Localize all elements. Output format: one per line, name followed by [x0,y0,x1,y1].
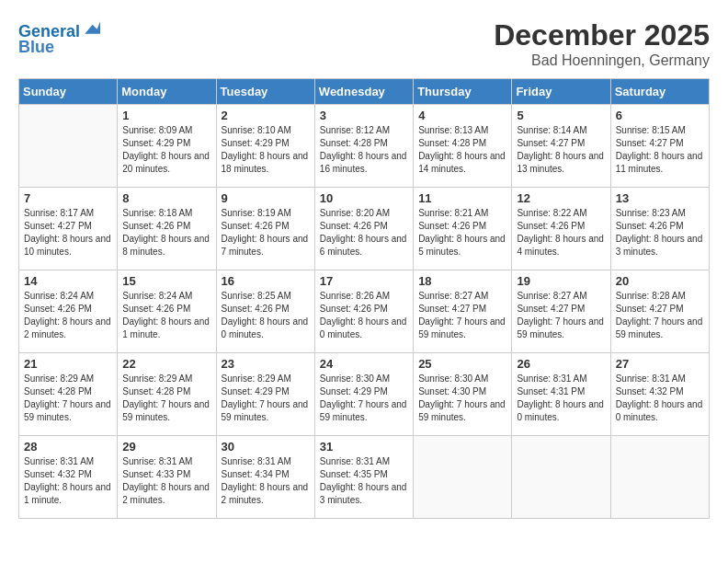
day-number: 9 [222,191,310,205]
day-number: 31 [320,440,408,454]
day-number: 23 [222,357,310,371]
header-saturday: Saturday [610,79,709,105]
table-row: 3Sunrise: 8:12 AMSunset: 4:28 PMDaylight… [314,105,413,188]
day-info: Sunrise: 8:13 AMSunset: 4:28 PMDaylight:… [418,124,506,176]
day-number: 10 [320,191,408,205]
table-row: 24Sunrise: 8:30 AMSunset: 4:29 PMDayligh… [314,353,413,436]
day-info: Sunrise: 8:19 AMSunset: 4:26 PMDaylight:… [222,207,310,259]
day-info: Sunrise: 8:31 AMSunset: 4:33 PMDaylight:… [122,455,210,507]
table-row [414,436,512,519]
table-row: 30Sunrise: 8:31 AMSunset: 4:34 PMDayligh… [216,436,314,519]
table-row [610,436,709,519]
day-info: Sunrise: 8:10 AMSunset: 4:29 PMDaylight:… [222,124,310,176]
table-row [512,436,610,519]
day-number: 16 [222,274,310,288]
day-info: Sunrise: 8:20 AMSunset: 4:26 PMDaylight:… [320,207,408,259]
table-row: 15Sunrise: 8:24 AMSunset: 4:26 PMDayligh… [118,270,216,353]
table-row: 7Sunrise: 8:17 AMSunset: 4:27 PMDaylight… [19,188,118,270]
table-row: 27Sunrise: 8:31 AMSunset: 4:32 PMDayligh… [610,353,709,436]
day-info: Sunrise: 8:29 AMSunset: 4:28 PMDaylight:… [122,373,210,424]
table-row: 14Sunrise: 8:24 AMSunset: 4:26 PMDayligh… [19,270,118,353]
day-info: Sunrise: 8:15 AMSunset: 4:27 PMDaylight:… [616,124,704,176]
day-number: 2 [222,109,310,122]
day-info: Sunrise: 8:27 AMSunset: 4:27 PMDaylight:… [517,290,605,341]
day-info: Sunrise: 8:17 AMSunset: 4:27 PMDaylight:… [24,207,112,259]
table-row: 31Sunrise: 8:31 AMSunset: 4:35 PMDayligh… [314,436,413,519]
table-row [19,105,118,188]
table-row: 4Sunrise: 8:13 AMSunset: 4:28 PMDaylight… [414,105,512,188]
calendar-week-row: 21Sunrise: 8:29 AMSunset: 4:28 PMDayligh… [19,353,710,436]
day-info: Sunrise: 8:26 AMSunset: 4:26 PMDaylight:… [320,290,408,341]
header-sunday: Sunday [19,79,118,105]
day-info: Sunrise: 8:27 AMSunset: 4:27 PMDaylight:… [418,290,506,341]
day-number: 28 [24,440,112,454]
title-section: December 2025 Bad Hoenningen, Germany [494,18,710,69]
day-info: Sunrise: 8:29 AMSunset: 4:29 PMDaylight:… [222,373,310,424]
table-row: 21Sunrise: 8:29 AMSunset: 4:28 PMDayligh… [19,353,118,436]
day-info: Sunrise: 8:09 AMSunset: 4:29 PMDaylight:… [122,124,210,176]
day-number: 20 [616,274,704,288]
table-row: 2Sunrise: 8:10 AMSunset: 4:29 PMDaylight… [216,105,314,188]
table-row: 16Sunrise: 8:25 AMSunset: 4:26 PMDayligh… [216,270,314,353]
day-info: Sunrise: 8:24 AMSunset: 4:26 PMDaylight:… [24,290,112,341]
day-info: Sunrise: 8:30 AMSunset: 4:30 PMDaylight:… [418,373,506,424]
table-row: 6Sunrise: 8:15 AMSunset: 4:27 PMDaylight… [610,105,709,188]
day-number: 30 [222,440,310,454]
day-number: 4 [418,109,506,122]
day-info: Sunrise: 8:31 AMSunset: 4:32 PMDaylight:… [24,455,112,507]
header-tuesday: Tuesday [216,79,314,105]
calendar-table: Sunday Monday Tuesday Wednesday Thursday… [18,78,710,519]
header-friday: Friday [512,79,610,105]
day-number: 3 [320,109,408,122]
day-number: 6 [616,109,704,122]
day-info: Sunrise: 8:24 AMSunset: 4:26 PMDaylight:… [122,290,210,341]
table-row: 28Sunrise: 8:31 AMSunset: 4:32 PMDayligh… [19,436,118,519]
day-number: 29 [122,440,210,454]
day-number: 7 [24,191,112,205]
logo: General Blue [18,18,100,57]
table-row: 5Sunrise: 8:14 AMSunset: 4:27 PMDaylight… [512,105,610,188]
table-row: 12Sunrise: 8:22 AMSunset: 4:26 PMDayligh… [512,188,610,270]
table-row: 26Sunrise: 8:31 AMSunset: 4:31 PMDayligh… [512,353,610,436]
table-row: 10Sunrise: 8:20 AMSunset: 4:26 PMDayligh… [314,188,413,270]
day-number: 1 [122,109,210,122]
day-number: 8 [122,191,210,205]
day-number: 18 [418,274,506,288]
day-number: 14 [24,274,112,288]
calendar-week-row: 14Sunrise: 8:24 AMSunset: 4:26 PMDayligh… [19,270,710,353]
table-row: 9Sunrise: 8:19 AMSunset: 4:26 PMDaylight… [216,188,314,270]
day-number: 13 [616,191,704,205]
day-info: Sunrise: 8:31 AMSunset: 4:32 PMDaylight:… [616,373,704,424]
day-info: Sunrise: 8:28 AMSunset: 4:27 PMDaylight:… [616,290,704,341]
day-number: 12 [517,191,605,205]
day-info: Sunrise: 8:12 AMSunset: 4:28 PMDaylight:… [320,124,408,176]
day-info: Sunrise: 8:21 AMSunset: 4:26 PMDaylight:… [418,207,506,259]
day-info: Sunrise: 8:18 AMSunset: 4:26 PMDaylight:… [122,207,210,259]
table-row: 11Sunrise: 8:21 AMSunset: 4:26 PMDayligh… [414,188,512,270]
day-number: 25 [418,357,506,371]
header-wednesday: Wednesday [314,79,413,105]
table-row: 1Sunrise: 8:09 AMSunset: 4:29 PMDaylight… [118,105,216,188]
calendar-header-row: Sunday Monday Tuesday Wednesday Thursday… [19,79,710,105]
table-row: 17Sunrise: 8:26 AMSunset: 4:26 PMDayligh… [314,270,413,353]
day-number: 19 [517,274,605,288]
day-info: Sunrise: 8:31 AMSunset: 4:31 PMDaylight:… [517,373,605,424]
day-number: 5 [517,109,605,122]
location-title: Bad Hoenningen, Germany [494,52,710,69]
day-info: Sunrise: 8:31 AMSunset: 4:35 PMDaylight:… [320,455,408,507]
day-number: 22 [122,357,210,371]
day-number: 24 [320,357,408,371]
calendar-week-row: 7Sunrise: 8:17 AMSunset: 4:27 PMDaylight… [19,188,710,270]
day-number: 15 [122,274,210,288]
header-thursday: Thursday [414,79,512,105]
table-row: 23Sunrise: 8:29 AMSunset: 4:29 PMDayligh… [216,353,314,436]
table-row: 19Sunrise: 8:27 AMSunset: 4:27 PMDayligh… [512,270,610,353]
table-row: 18Sunrise: 8:27 AMSunset: 4:27 PMDayligh… [414,270,512,353]
day-number: 27 [616,357,704,371]
day-number: 11 [418,191,506,205]
table-row: 25Sunrise: 8:30 AMSunset: 4:30 PMDayligh… [414,353,512,436]
table-row: 29Sunrise: 8:31 AMSunset: 4:33 PMDayligh… [118,436,216,519]
table-row: 22Sunrise: 8:29 AMSunset: 4:28 PMDayligh… [118,353,216,436]
month-title: December 2025 [494,18,710,52]
day-number: 26 [517,357,605,371]
